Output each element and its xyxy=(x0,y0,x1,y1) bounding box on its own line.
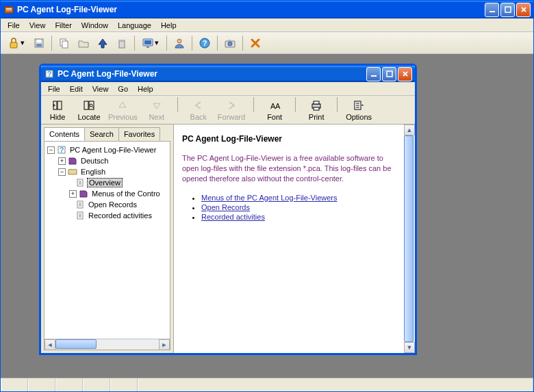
outer-close-button[interactable] xyxy=(516,3,531,17)
status-cell xyxy=(110,378,138,391)
help-menu-help[interactable]: Help xyxy=(134,83,157,94)
svg-text:?: ? xyxy=(203,39,207,47)
tree-item-english[interactable]: − English xyxy=(46,166,168,177)
outer-minimize-button[interactable] xyxy=(485,3,499,17)
toolbar-separator xyxy=(242,36,243,51)
scroll-left-button[interactable]: ◄ xyxy=(44,339,55,350)
lock-button[interactable]: ▾ xyxy=(5,35,28,51)
folder-icon xyxy=(77,37,90,49)
help-menu-file[interactable]: File xyxy=(44,83,64,94)
content-heading: PC Agent Log-File-Viewer xyxy=(182,134,396,144)
help-app-icon: ? xyxy=(44,68,55,79)
scroll-thumb[interactable] xyxy=(55,339,97,349)
monitor-icon xyxy=(142,37,154,49)
link-recorded[interactable]: Recorded activities xyxy=(201,213,265,221)
outer-maximize-button[interactable] xyxy=(500,3,515,17)
toolbar-separator xyxy=(177,97,178,112)
tree-item-menus[interactable]: + Menus of the Contro xyxy=(46,188,168,199)
help-menu-edit[interactable]: Edit xyxy=(66,83,87,94)
menu-view[interactable]: View xyxy=(25,20,50,31)
tree-item-label: Deutsch xyxy=(79,157,110,165)
tab-favorites[interactable]: Favorites xyxy=(118,127,160,141)
menu-window[interactable]: Window xyxy=(77,20,112,31)
svg-rect-4 xyxy=(505,7,511,12)
screen-button[interactable]: ▾ xyxy=(139,35,162,51)
hide-button[interactable]: Hide xyxy=(45,97,70,121)
app-icon xyxy=(3,4,14,15)
scroll-up-button[interactable]: ▲ xyxy=(404,125,415,135)
up-button[interactable] xyxy=(94,35,111,51)
camera-button[interactable] xyxy=(222,35,238,51)
tree-item-recorded[interactable]: Recorded activities xyxy=(46,210,168,221)
link-menus[interactable]: Menus of the PC Agent Log-File-Viewers xyxy=(201,194,338,202)
scroll-right-button[interactable]: ► xyxy=(159,339,170,350)
outer-menubar: File View Filter Window Language Help xyxy=(1,18,533,32)
scroll-thumb[interactable] xyxy=(404,135,414,342)
scroll-down-button[interactable]: ▼ xyxy=(404,342,415,353)
next-button[interactable]: Next xyxy=(144,97,169,121)
dropdown-arrow-icon: ▾ xyxy=(20,38,25,47)
svg-point-16 xyxy=(177,39,181,43)
link-open-records[interactable]: Open Records xyxy=(201,203,250,211)
help-button[interactable]: ? xyxy=(196,35,213,51)
right-arrow-icon xyxy=(225,99,238,112)
tree-item-open-records[interactable]: Open Records xyxy=(46,199,168,210)
camera-icon xyxy=(224,37,236,49)
toolbar-separator xyxy=(51,36,52,51)
outer-titlebar[interactable]: PC Agent Log-File-Viewer xyxy=(1,1,533,18)
help-menu-go[interactable]: Go xyxy=(114,83,132,94)
help-titlebar[interactable]: ? PC Agent Log-File-Viewer xyxy=(41,66,415,82)
menu-filter[interactable]: Filter xyxy=(51,20,75,31)
content-vertical-scrollbar[interactable]: ▲ ▼ xyxy=(404,125,415,353)
delete-button[interactable] xyxy=(114,35,130,51)
font-icon: AA xyxy=(268,99,281,112)
close-file-button[interactable] xyxy=(247,35,264,51)
menu-file[interactable]: File xyxy=(3,20,24,31)
forward-button[interactable]: Forward xyxy=(218,97,245,121)
tree-item-deutsch[interactable]: + Deutsch xyxy=(46,155,168,166)
previous-button[interactable]: Previous xyxy=(108,97,138,121)
page-icon xyxy=(75,200,85,209)
help-close-button[interactable] xyxy=(398,67,412,81)
tab-search[interactable]: Search xyxy=(84,127,119,141)
copy-button[interactable] xyxy=(56,35,73,51)
help-menubar: File Edit View Go Help xyxy=(41,82,415,96)
back-button[interactable]: Back xyxy=(186,97,211,121)
user-button[interactable] xyxy=(171,35,188,51)
tab-contents[interactable]: Contents xyxy=(44,127,85,141)
up-arrow-icon xyxy=(97,37,109,49)
menu-language[interactable]: Language xyxy=(114,20,155,31)
scroll-track[interactable] xyxy=(55,339,159,350)
page-icon xyxy=(75,211,85,220)
font-button[interactable]: AAFont xyxy=(262,97,287,121)
page-icon xyxy=(75,178,85,187)
tree-horizontal-scrollbar[interactable]: ◄ ► xyxy=(44,339,170,350)
svg-point-20 xyxy=(228,42,232,46)
svg-rect-21 xyxy=(228,40,231,41)
options-button[interactable]: Options xyxy=(346,97,372,121)
help-minimize-button[interactable] xyxy=(366,67,381,81)
help-maximize-button[interactable] xyxy=(382,67,396,81)
scroll-track[interactable] xyxy=(404,135,415,342)
locate-button[interactable]: Locate xyxy=(77,97,101,121)
help-menu-view[interactable]: View xyxy=(88,83,113,94)
print-button[interactable]: Print xyxy=(304,97,329,121)
help-toolbar: Hide Locate Previous Next Back Forward A… xyxy=(41,96,415,125)
toolbar-separator xyxy=(134,36,135,51)
collapse-icon[interactable]: − xyxy=(58,168,66,176)
tree-item-overview[interactable]: Overview xyxy=(46,177,168,188)
svg-text:A: A xyxy=(275,102,281,110)
svg-rect-15 xyxy=(147,47,149,48)
status-cell xyxy=(83,378,110,391)
folder-button[interactable] xyxy=(75,35,92,51)
contents-tree[interactable]: − ? PC Agent Log-File-Viewer + Deutsch − xyxy=(44,142,170,339)
left-arrow-icon xyxy=(192,99,205,112)
collapse-icon[interactable]: − xyxy=(47,146,55,154)
save-button[interactable] xyxy=(31,35,47,51)
expand-icon[interactable]: + xyxy=(69,190,77,198)
nav-panel: Contents Search Favorites − ? PC Agent L… xyxy=(41,125,174,353)
tree-root[interactable]: − ? PC Agent Log-File-Viewer xyxy=(46,144,168,155)
menu-help[interactable]: Help xyxy=(157,20,181,31)
expand-icon[interactable]: + xyxy=(58,157,66,165)
trash-icon xyxy=(116,37,128,49)
